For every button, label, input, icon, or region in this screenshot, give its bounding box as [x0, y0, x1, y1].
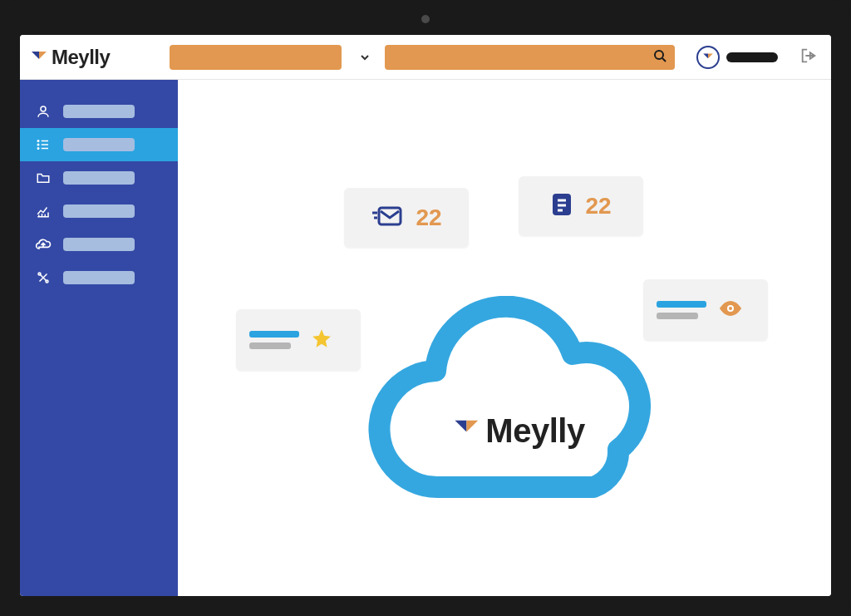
svg-rect-16: [379, 208, 401, 224]
user-chip[interactable]: [696, 46, 778, 69]
chevron-down-icon[interactable]: [355, 45, 375, 70]
sidebar-item-list[interactable]: [20, 128, 178, 161]
eye-icon: [718, 299, 743, 321]
main-content: 22 22: [178, 80, 831, 596]
info-card-favorite[interactable]: [236, 309, 361, 371]
app-body: 22 22: [20, 80, 831, 596]
search-icon: [653, 49, 667, 66]
stat-card-documents[interactable]: 22: [519, 176, 643, 236]
sidebar-item-label: [63, 138, 135, 151]
list-icon: [35, 136, 52, 153]
username-label: [726, 52, 778, 62]
svg-line-1: [662, 58, 666, 62]
svg-point-7: [37, 148, 39, 150]
svg-point-2: [41, 106, 46, 111]
brand-logo[interactable]: Meylly: [30, 46, 110, 69]
brand-name: Meylly: [52, 46, 110, 69]
sidebar-item-label: [63, 171, 135, 185]
tablet-frame: Meylly: [0, 0, 851, 616]
sidebar-item-label: [63, 238, 135, 251]
cloud-up-icon: [35, 236, 52, 253]
sidebar-item-label: [63, 205, 135, 218]
avatar: [696, 46, 720, 69]
star-icon: [311, 328, 332, 352]
stat-card-messages[interactable]: 22: [344, 188, 469, 248]
svg-point-24: [729, 307, 732, 310]
sidebar-item-profile[interactable]: [20, 95, 178, 128]
cloud-brand-name: Meylly: [485, 412, 584, 450]
chart-icon: [35, 203, 52, 219]
sidebar-item-settings[interactable]: [20, 261, 178, 294]
document-icon: [550, 191, 573, 221]
sidebar-item-label: [63, 105, 135, 118]
sidebar-item-files[interactable]: [20, 161, 178, 195]
logout-icon[interactable]: [799, 47, 818, 68]
cloud-illustration: Meylly: [361, 296, 676, 529]
header-select[interactable]: [170, 45, 342, 70]
camera-dot: [421, 15, 430, 23]
tools-icon: [35, 269, 52, 286]
placeholder-lines: [249, 331, 299, 349]
brand-mark-icon: [452, 415, 480, 446]
mail-send-icon: [371, 203, 404, 233]
stat-value: 22: [416, 205, 441, 231]
brand-mark-icon: [30, 48, 48, 67]
sidebar-item-upload[interactable]: [20, 228, 178, 261]
folder-icon: [35, 170, 52, 186]
sidebar-item-label: [63, 271, 135, 284]
stat-value: 22: [585, 193, 611, 219]
cloud-brand-logo: Meylly: [452, 412, 584, 450]
sidebar: [20, 80, 178, 596]
svg-point-0: [655, 51, 663, 59]
header: Meylly: [20, 35, 831, 80]
svg-point-5: [37, 144, 39, 145]
sidebar-item-analytics[interactable]: [20, 195, 178, 228]
svg-point-3: [37, 140, 39, 142]
app-screen: Meylly: [20, 35, 831, 596]
user-icon: [35, 103, 52, 120]
search-input[interactable]: [385, 45, 675, 70]
